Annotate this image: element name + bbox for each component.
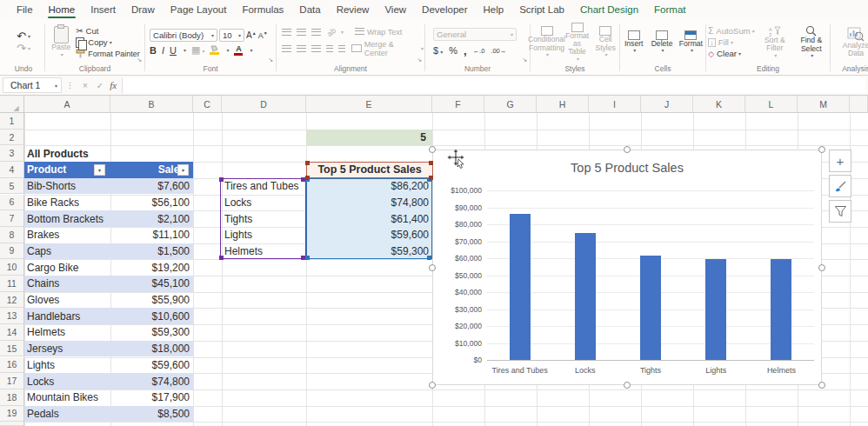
tab-chart-design[interactable]: Chart Design: [572, 1, 646, 19]
row-header-5[interactable]: 5: [0, 178, 24, 195]
undo-button[interactable]: ↶ ▾: [17, 31, 30, 42]
row-header-3[interactable]: 3: [0, 145, 24, 162]
merge-center-button[interactable]: Merge & Center ▾: [351, 40, 424, 57]
decrease-indent-button[interactable]: [326, 45, 333, 52]
row-header-4[interactable]: 4: [0, 162, 24, 178]
row-header-9[interactable]: 9: [0, 243, 24, 260]
increase-indent-button[interactable]: [338, 45, 345, 52]
tab-view[interactable]: View: [377, 1, 414, 19]
column-header-G[interactable]: G: [484, 96, 537, 113]
filter-button-sales[interactable]: ▾: [177, 164, 189, 176]
increase-decimal-button[interactable]: ←.0: [473, 47, 485, 55]
borders-button[interactable]: ▦▾: [191, 44, 204, 56]
chart-selection-handle[interactable]: [818, 264, 825, 271]
accounting-format-button[interactable]: $▾: [433, 45, 443, 56]
dialog-launcher-icon[interactable]: ↘: [522, 57, 527, 63]
insert-cells-button[interactable]: Insert▾: [621, 30, 646, 55]
sort-filter-button[interactable]: A Z Sort & Filter▾: [758, 25, 791, 60]
chart-title[interactable]: Top 5 Product Sales: [433, 161, 821, 175]
copy-button[interactable]: Copy ▾: [76, 37, 140, 48]
italic-button[interactable]: I: [162, 45, 164, 56]
tab-data[interactable]: Data: [291, 1, 328, 19]
select-all-button[interactable]: ◢: [0, 96, 24, 113]
align-top-button[interactable]: [282, 29, 291, 36]
chart-selection-handle[interactable]: [429, 264, 436, 271]
row-header-6[interactable]: 6: [0, 195, 24, 211]
row-header-10[interactable]: 10: [0, 259, 24, 276]
number-format-combo[interactable]: General ▾: [433, 28, 517, 41]
tab-insert[interactable]: Insert: [83, 1, 124, 19]
align-left-button[interactable]: [282, 45, 291, 52]
top-n-input-cell[interactable]: 5: [306, 130, 432, 146]
row-header-15[interactable]: 15: [0, 341, 24, 357]
column-header-C[interactable]: C: [193, 96, 222, 113]
tab-formulas[interactable]: Formulas: [234, 1, 291, 19]
delete-cells-button[interactable]: Delete▾: [649, 30, 674, 55]
analyze-data-button[interactable]: Analyze Data: [834, 26, 868, 59]
font-size-combo[interactable]: 10 ▾: [219, 29, 244, 42]
row-header-1[interactable]: 1: [0, 113, 24, 130]
chart-selection-handle[interactable]: [429, 382, 436, 389]
formula-input[interactable]: [122, 77, 865, 93]
tab-format[interactable]: Format: [646, 1, 693, 19]
chart-filters-button[interactable]: [829, 200, 851, 223]
column-header-H[interactable]: H: [537, 96, 589, 113]
align-center-button[interactable]: [297, 45, 306, 52]
row-header-16[interactable]: 16: [0, 357, 24, 374]
find-select-button[interactable]: Find & Select▾: [795, 24, 828, 60]
align-right-button[interactable]: [311, 45, 321, 52]
column-header-partial[interactable]: [850, 96, 868, 113]
column-header-E[interactable]: E: [306, 96, 432, 113]
tab-script-lab[interactable]: Script Lab: [511, 1, 572, 19]
underline-button[interactable]: U: [170, 45, 177, 56]
increase-font-button[interactable]: A▲: [246, 30, 257, 40]
column-header-K[interactable]: K: [693, 96, 745, 113]
row-header-12[interactable]: 12: [0, 292, 24, 309]
row-header-18[interactable]: 18: [0, 389, 24, 406]
align-bottom-button[interactable]: [311, 29, 321, 36]
tab-file[interactable]: File: [9, 1, 41, 19]
comma-style-button[interactable]: ,: [464, 44, 467, 57]
row-header-13[interactable]: 13: [0, 308, 24, 324]
dialog-launcher-icon[interactable]: ↘: [417, 57, 422, 63]
redo-button[interactable]: ↷ ▾: [17, 43, 30, 54]
tab-developer[interactable]: Developer: [414, 1, 475, 19]
filter-button-product[interactable]: ▾: [94, 164, 105, 176]
row-header-7[interactable]: 7: [0, 210, 24, 227]
row-header-partial[interactable]: [0, 422, 24, 426]
column-header-B[interactable]: B: [110, 96, 193, 113]
column-header-D[interactable]: D: [222, 96, 306, 113]
paste-button[interactable]: Paste ▾: [50, 25, 72, 58]
row-header-8[interactable]: 8: [0, 227, 24, 243]
enter-button[interactable]: ✓: [92, 81, 108, 90]
row-header-17[interactable]: 17: [0, 373, 24, 389]
column-header-J[interactable]: J: [641, 96, 693, 113]
orientation-button[interactable]: ab: [325, 25, 337, 37]
decrease-decimal-button[interactable]: .00→: [491, 47, 506, 55]
fill-color-button[interactable]: [210, 45, 219, 55]
tab-help[interactable]: Help: [476, 1, 512, 19]
fill-button[interactable]: ↓ Fill▾: [708, 37, 733, 48]
row-header-19[interactable]: 19: [0, 406, 24, 423]
align-middle-button[interactable]: [297, 29, 306, 36]
cell-styles-button[interactable]: Cell Styles▾: [592, 25, 618, 59]
chart-selection-handle[interactable]: [624, 146, 631, 153]
format-cells-button[interactable]: Format▾: [678, 30, 704, 55]
dialog-launcher-icon[interactable]: ↘: [268, 57, 273, 63]
tab-home[interactable]: Home: [41, 1, 83, 19]
column-header-I[interactable]: I: [589, 96, 641, 113]
clear-button[interactable]: ◇ Clear▾: [708, 49, 741, 59]
percent-style-button[interactable]: %: [449, 45, 457, 56]
chart-styles-button[interactable]: [829, 175, 851, 197]
column-header-A[interactable]: A: [24, 96, 110, 113]
column-header-L[interactable]: L: [745, 96, 798, 113]
column-header-M[interactable]: M: [798, 96, 850, 113]
decrease-font-button[interactable]: A▼: [258, 30, 268, 40]
font-color-button[interactable]: A: [234, 45, 243, 56]
font-name-combo[interactable]: Calibri (Body) ▾: [150, 29, 217, 42]
row-header-14[interactable]: 14: [0, 324, 24, 341]
chart-selection-handle[interactable]: [818, 146, 825, 153]
cancel-button[interactable]: ×: [78, 81, 92, 90]
autosum-button[interactable]: Σ AutoSum▾: [708, 26, 755, 37]
wrap-text-button[interactable]: Wrap Text: [352, 28, 402, 37]
